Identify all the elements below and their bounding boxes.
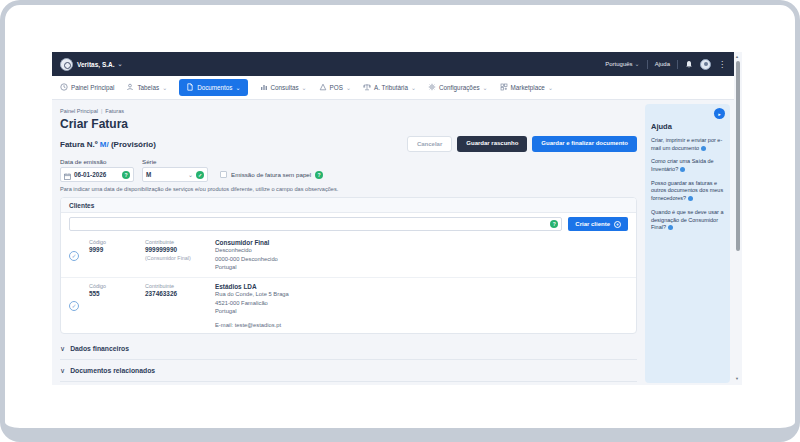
scroll-down-icon[interactable]: ▼: [735, 377, 739, 381]
chevron-down-icon: ⌄: [548, 85, 553, 91]
page-title: Criar Fatura: [60, 117, 637, 131]
clients-card: Clientes ? Criar cliente + ✓: [60, 197, 637, 334]
client-row-estadios[interactable]: ✓ Código 555 Contribuinte 237463326 Está…: [61, 277, 636, 333]
client-details-cell: Consumidor Final Desconhecido 0000-000 D…: [215, 239, 628, 272]
cancel-button[interactable]: Cancelar: [407, 136, 452, 152]
pos-terminal-icon: [319, 83, 327, 92]
nav-configuracoes[interactable]: Configurações ⌄: [428, 83, 488, 92]
company-selector[interactable]: Veritas, S.A. ⌄: [77, 61, 123, 68]
code-value: 9999: [89, 246, 145, 253]
nav-label: Consultas: [271, 84, 299, 91]
chevron-down-icon: ⌄: [236, 85, 241, 91]
paperless-checkbox[interactable]: [220, 171, 227, 178]
nav-label: A. Tributária: [374, 84, 408, 91]
issue-date-value: 06-01-2026: [74, 171, 106, 178]
avatar[interactable]: [700, 59, 711, 70]
help-item-text: Posso guardar as faturas e outros docume…: [651, 180, 723, 201]
section-documentos-relacionados[interactable]: ∨ Documentos relacionados: [60, 360, 637, 382]
help-question-icon[interactable]: ?: [315, 171, 323, 179]
scroll-up-icon[interactable]: ▲: [735, 55, 739, 59]
address-line: 4521-000 Famalicão: [215, 299, 628, 308]
nav-documentos[interactable]: Documentos ⌄: [179, 79, 247, 96]
window-mockup: Veritas, S.A. ⌄ Português ⌄ Ajuda ⋮: [0, 0, 800, 442]
help-panel: ▸ Ajuda Criar, imprimir e enviar por e-m…: [645, 104, 730, 383]
info-icon[interactable]: [668, 225, 673, 230]
scrollbar-thumb[interactable]: [736, 61, 740, 251]
scales-icon: [363, 83, 371, 92]
paperless-group: Emissão de fatura sem papel ?: [220, 171, 323, 179]
help-item[interactable]: Quando é que se deve usar a designação d…: [651, 209, 724, 232]
save-draft-button[interactable]: Guardar rascunho: [457, 136, 527, 152]
chevron-down-icon: ⌄: [118, 61, 123, 67]
help-link-label: Ajuda: [655, 61, 670, 67]
row-check-cell: ✓: [69, 239, 89, 272]
check-circle-icon[interactable]: ✓: [69, 301, 79, 311]
nav-marketplace[interactable]: Marketplace ⌄: [500, 83, 553, 92]
issue-date-field[interactable]: 06-01-2026 ?: [60, 167, 134, 182]
row-check-cell: ✓: [69, 283, 89, 328]
chevron-down-icon: ⌄: [483, 85, 488, 91]
client-search-input[interactable]: ?: [69, 217, 562, 231]
issue-date-label: Data de emissão: [60, 158, 142, 165]
document-number-row: Fatura N.º M/ (Provisório) Cancelar Guar…: [60, 136, 637, 152]
chevron-down-icon: ∨: [60, 345, 65, 353]
bell-icon[interactable]: [685, 60, 693, 69]
help-item[interactable]: Criar, imprimir e enviar por e-mail um d…: [651, 137, 724, 152]
vertical-scrollbar[interactable]: ▲ ▼: [734, 52, 742, 385]
clock-icon: [60, 83, 68, 92]
help-item[interactable]: Como criar uma Saída de Inventário?: [651, 158, 724, 173]
section-dados-financeiros[interactable]: ∨ Dados financeiros: [60, 338, 637, 360]
topbar: Veritas, S.A. ⌄ Português ⌄ Ajuda ⋮: [52, 52, 734, 76]
nav-label: Configurações: [439, 84, 480, 91]
address-line: Rua do Conde, Lote 5 Braga: [215, 290, 628, 299]
address-line: Portugal: [215, 307, 628, 316]
help-question-icon[interactable]: ?: [122, 171, 130, 179]
help-item[interactable]: Posso guardar as faturas e outros docume…: [651, 180, 724, 203]
calendar-icon: [64, 166, 71, 184]
language-selector[interactable]: Português ⌄: [605, 61, 639, 67]
document-icon: [186, 83, 194, 92]
section-label: Dados financeiros: [70, 345, 129, 352]
client-search-row: ? Criar cliente +: [61, 213, 636, 234]
chevron-down-icon: ⌄: [302, 85, 307, 91]
nav-pos[interactable]: POS ⌄: [319, 83, 351, 92]
help-collapse-button[interactable]: ▸: [714, 108, 725, 119]
document-number: Fatura N.º M/ (Provisório): [60, 140, 156, 149]
check-circle-icon[interactable]: ✓: [69, 251, 79, 261]
docnum-suffix: (Provisório): [111, 140, 156, 149]
help-item-text: Quando é que se deve usar a designação d…: [651, 209, 723, 230]
topbar-actions: Português ⌄ Ajuda ⋮: [605, 59, 726, 70]
chevron-down-icon: ⌄: [411, 85, 416, 91]
inputs-row: 06-01-2026 ? M ⌄ ✓ Emissão de fatura sem…: [60, 167, 637, 182]
clients-header: Clientes: [61, 198, 636, 213]
client-row-consumidor-final[interactable]: ✓ Código 9999 Contribuinte 999999990 (Co…: [61, 234, 636, 277]
nav-label: POS: [330, 84, 343, 91]
person-icon: [126, 83, 134, 92]
vat-value: 999999990: [145, 246, 215, 253]
info-icon[interactable]: [680, 167, 685, 172]
availability-note: Para indicar uma data de disponibilizaçã…: [60, 186, 637, 192]
app-screenshot: Veritas, S.A. ⌄ Português ⌄ Ajuda ⋮: [52, 52, 742, 385]
help-title: Ajuda: [651, 122, 724, 131]
info-icon[interactable]: [701, 146, 706, 151]
nav-a-tributaria[interactable]: A. Tributária ⌄: [363, 83, 416, 92]
kebab-menu-icon[interactable]: ⋮: [718, 60, 726, 69]
info-icon[interactable]: [688, 196, 693, 201]
series-select[interactable]: M ⌄ ✓: [142, 167, 208, 182]
nav-tabelas[interactable]: Tabelas ⌄: [126, 83, 167, 92]
nav-consultas[interactable]: Consultas ⌄: [260, 83, 307, 92]
nav-label: Tabelas: [137, 84, 159, 91]
address-line: Desconhecido: [215, 246, 628, 255]
client-details-cell: Estádios LDA Rua do Conde, Lote 5 Braga …: [215, 283, 628, 328]
help-question-icon[interactable]: ?: [550, 220, 558, 228]
address-line: 0000-000 Desconhecido: [215, 255, 628, 264]
client-code-cell: Código 555: [89, 283, 145, 328]
nav-painel-principal[interactable]: Painel Principal: [60, 83, 114, 92]
grid-plus-icon: [500, 83, 508, 92]
save-finalize-button[interactable]: Guardar e finalizar documento: [532, 136, 637, 152]
create-client-button[interactable]: Criar cliente +: [568, 217, 628, 231]
breadcrumb-home[interactable]: Painel Principal: [60, 108, 98, 114]
breadcrumb-current[interactable]: Faturas: [105, 108, 124, 114]
nav-label: Marketplace: [511, 84, 545, 91]
help-link[interactable]: Ajuda: [655, 61, 670, 67]
